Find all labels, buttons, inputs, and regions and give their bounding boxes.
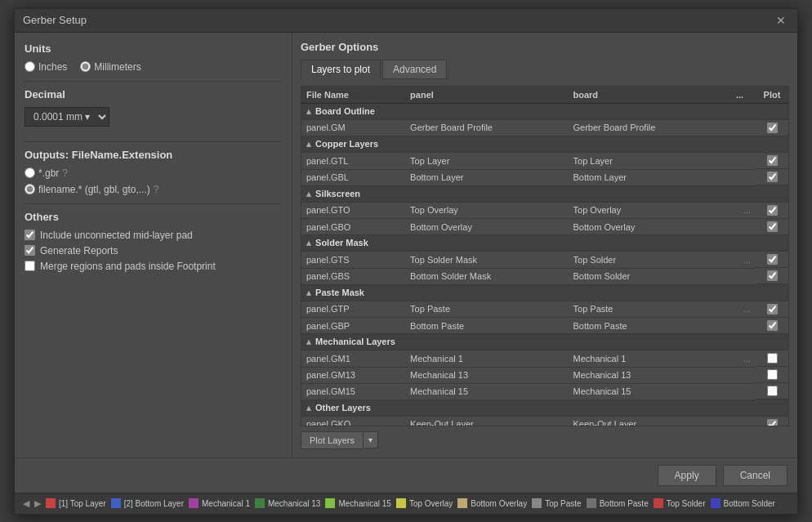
layer-color-top bbox=[46, 498, 56, 508]
plot-checkbox[interactable] bbox=[767, 254, 778, 265]
layer-bottom: [2] Bottom Layer bbox=[111, 498, 184, 508]
cell-file: panel.GBO bbox=[301, 219, 405, 235]
col-board: board bbox=[569, 87, 731, 104]
cell-plot bbox=[756, 318, 788, 334]
others-title: Others bbox=[25, 211, 282, 223]
decimal-select[interactable]: 0.0001 mm ▾ bbox=[25, 107, 109, 127]
plot-checkbox[interactable] bbox=[767, 205, 778, 216]
plot-checkbox[interactable] bbox=[767, 172, 778, 182]
layer-label-bottom-paste: Bottom Paste bbox=[600, 499, 649, 508]
filename-radio-label[interactable]: filename.* (gtl, gbl, gto,...) ? bbox=[25, 184, 282, 195]
cell-file: panel.GM1 bbox=[301, 350, 405, 368]
cell-board: Mechanical 13 bbox=[569, 367, 731, 383]
decimal-title: Decimal bbox=[25, 88, 282, 100]
millimeters-radio[interactable] bbox=[80, 61, 91, 72]
group-copper-layers: ▴ Copper Layers bbox=[301, 136, 788, 153]
cell-dots bbox=[731, 383, 756, 399]
filename-label: filename.* (gtl, gbl, gto,...) bbox=[38, 184, 150, 195]
group-paste-mask: ▴ Paste Mask bbox=[301, 284, 788, 301]
layer-color-bottom bbox=[111, 498, 121, 508]
table-row: panel.GBP Bottom Paste Bottom Paste bbox=[301, 318, 788, 334]
plot-checkbox[interactable] bbox=[767, 155, 778, 166]
gbr-help[interactable]: ? bbox=[62, 167, 68, 179]
gbr-label: *.gbr bbox=[38, 167, 59, 179]
cell-file: panel.GBP bbox=[301, 318, 405, 334]
millimeters-radio-label[interactable]: Millimeters bbox=[80, 61, 141, 73]
layer-label-bottom-overlay: Bottom Overlay bbox=[471, 499, 527, 508]
gerber-options-title: Gerber Options bbox=[301, 41, 789, 53]
plot-checkbox[interactable] bbox=[767, 270, 778, 281]
gbr-radio-label[interactable]: *.gbr ? bbox=[25, 167, 282, 179]
cell-board: Mechanical 15 bbox=[569, 383, 731, 399]
plot-checkbox[interactable] bbox=[767, 320, 778, 331]
layer-mech15: Mechanical 15 bbox=[325, 498, 390, 508]
cell-dots bbox=[731, 169, 756, 185]
dialog-title: Gerber Setup bbox=[23, 14, 87, 26]
table-row: panel.GTO Top Overlay Top Overlay ... bbox=[301, 202, 788, 219]
apply-button[interactable]: Apply bbox=[658, 465, 716, 486]
generate-reports-checkbox[interactable] bbox=[25, 245, 35, 256]
layer-label-mech1: Mechanical 1 bbox=[202, 499, 250, 508]
layer-color-top-solder bbox=[654, 498, 663, 508]
cell-panel: Top Overlay bbox=[405, 202, 568, 219]
cell-file: panel.GM bbox=[301, 119, 405, 136]
cell-plot bbox=[756, 417, 788, 426]
group-paste-mask-label: ▴ Paste Mask bbox=[301, 284, 788, 301]
cell-file: panel.GKO bbox=[301, 416, 405, 426]
group-mechanical-label: ▴ Mechanical Layers bbox=[301, 334, 788, 350]
layer-top-paste: Top Paste bbox=[532, 498, 581, 508]
plot-checkbox[interactable] bbox=[767, 353, 778, 364]
table-row: panel.GM1 Mechanical 1 Mechanical 1 ... bbox=[301, 350, 788, 368]
cell-panel: Top Layer bbox=[405, 153, 568, 170]
generate-reports-label[interactable]: Generate Reports bbox=[25, 245, 282, 257]
include-unconnected-text: Include unconnected mid-layer pad bbox=[40, 230, 193, 241]
include-unconnected-label[interactable]: Include unconnected mid-layer pad bbox=[25, 230, 282, 241]
right-panel: Gerber Options Layers to plot Advanced F… bbox=[292, 33, 797, 457]
table-row: panel.GM15 Mechanical 15 Mechanical 15 bbox=[301, 383, 788, 399]
table-row: panel.GM Gerber Board Profile Gerber Boa… bbox=[301, 119, 788, 136]
inches-radio-label[interactable]: Inches bbox=[25, 61, 67, 73]
plot-checkbox[interactable] bbox=[767, 123, 778, 133]
layer-color-mech13 bbox=[255, 498, 265, 508]
col-panel: panel bbox=[405, 87, 568, 104]
cell-panel: Bottom Paste bbox=[405, 318, 568, 334]
layer-label-top: [1] Top Layer bbox=[59, 499, 106, 508]
layer-bottom-solder: Bottom Solder bbox=[711, 498, 775, 508]
plot-checkbox[interactable] bbox=[767, 369, 778, 380]
cell-board: Bottom Overlay bbox=[569, 219, 731, 235]
close-button[interactable]: ✕ bbox=[773, 14, 789, 27]
inches-radio[interactable] bbox=[25, 61, 35, 72]
table-row: panel.GBS Bottom Solder Mask Bottom Sold… bbox=[301, 268, 788, 284]
cell-plot bbox=[756, 169, 788, 185]
cell-panel: Top Solder Mask bbox=[405, 252, 568, 269]
nav-arrow-right[interactable]: ▶ bbox=[34, 498, 41, 509]
cell-plot bbox=[756, 120, 788, 136]
cell-dots bbox=[731, 219, 756, 235]
table-row: panel.GM13 Mechanical 13 Mechanical 13 bbox=[301, 367, 788, 383]
plot-layers-button[interactable]: Plot Layers bbox=[301, 431, 363, 449]
filename-help[interactable]: ? bbox=[154, 184, 159, 195]
layer-top: [1] Top Layer bbox=[46, 498, 106, 508]
merge-regions-label[interactable]: Merge regions and pads inside Footprint bbox=[25, 261, 282, 272]
gbr-radio[interactable] bbox=[25, 167, 35, 178]
plot-checkbox[interactable] bbox=[767, 304, 778, 315]
dialog-body: Units Inches Millimeters Decimal 0.0001 … bbox=[15, 33, 797, 457]
tab-advanced[interactable]: Advanced bbox=[382, 60, 447, 79]
cell-panel: Bottom Solder Mask bbox=[405, 268, 568, 284]
tab-layers-to-plot[interactable]: Layers to plot bbox=[301, 60, 381, 79]
group-board-outline: ▴ Board Outline bbox=[301, 103, 788, 119]
cell-plot bbox=[756, 383, 788, 399]
plot-checkbox[interactable] bbox=[767, 419, 778, 426]
nav-arrow-left[interactable]: ◀ bbox=[23, 498, 29, 509]
filename-radio[interactable] bbox=[25, 184, 35, 194]
include-unconnected-checkbox[interactable] bbox=[25, 230, 35, 240]
merge-regions-checkbox[interactable] bbox=[25, 261, 35, 271]
cell-dots: ... bbox=[731, 252, 756, 269]
cancel-button[interactable]: Cancel bbox=[723, 465, 787, 486]
plot-checkbox[interactable] bbox=[767, 386, 778, 396]
plot-checkbox[interactable] bbox=[767, 221, 778, 232]
layer-label-bottom: [2] Bottom Layer bbox=[124, 499, 184, 508]
plot-layers-dropdown[interactable]: ▾ bbox=[363, 431, 378, 448]
cell-plot bbox=[756, 268, 788, 284]
layer-top-overlay: Top Overlay bbox=[396, 498, 453, 508]
